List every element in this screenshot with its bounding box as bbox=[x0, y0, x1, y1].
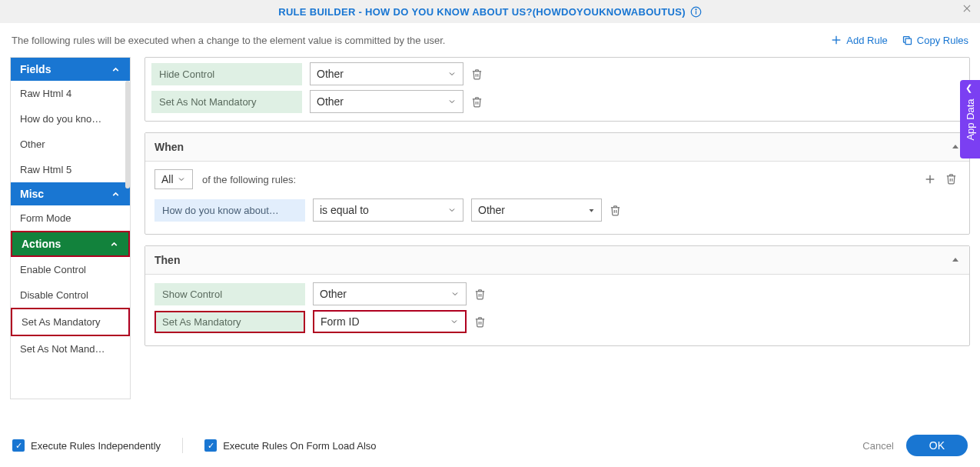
svg-point-2 bbox=[696, 8, 696, 9]
add-rule-button[interactable]: Add Rule bbox=[830, 34, 887, 46]
action-row: Show Control Other bbox=[154, 282, 960, 305]
value-select[interactable]: Form ID bbox=[313, 310, 467, 333]
subheader-text: The following rules will be executed whe… bbox=[12, 35, 445, 46]
checkbox-checked-icon: ✓ bbox=[204, 439, 217, 452]
copy-icon bbox=[902, 35, 913, 46]
subheader-actions: Add Rule Copy Rules bbox=[830, 34, 968, 46]
condition-value: Other bbox=[478, 204, 505, 216]
exec-independent-checkbox[interactable]: ✓ Execute Rules Independently bbox=[12, 439, 161, 452]
chevron-down-icon bbox=[450, 317, 459, 326]
dialog-header: RULE BUILDER - HOW DO YOU KNOW ABOUT US?… bbox=[0, 0, 980, 23]
sidebar-section-actions[interactable]: Actions bbox=[11, 231, 130, 257]
value-select[interactable]: Other bbox=[310, 90, 463, 113]
sidebar-item-how-do-you-know[interactable]: How do you kno… bbox=[11, 106, 130, 132]
body: Fields Raw Html 4 How do you kno… Other … bbox=[0, 57, 980, 399]
chevron-up-icon bbox=[109, 239, 119, 249]
info-icon[interactable] bbox=[690, 6, 702, 18]
collapse-icon[interactable] bbox=[951, 142, 960, 152]
cancel-button[interactable]: Cancel bbox=[862, 440, 893, 452]
sidebar-section-fields[interactable]: Fields bbox=[11, 58, 130, 81]
footer: ✓ Execute Rules Independently ✓ Execute … bbox=[0, 424, 980, 467]
then-card: Then Show Control Other Set bbox=[145, 245, 970, 346]
scope-text: of the following rules: bbox=[202, 174, 296, 185]
sidebar-misc-label: Misc bbox=[20, 188, 44, 200]
chevron-down-icon bbox=[447, 205, 457, 215]
sidebar-item-form-mode[interactable]: Form Mode bbox=[11, 205, 130, 231]
sidebar-item-raw-html-4[interactable]: Raw Html 4 bbox=[11, 81, 130, 106]
when-header: When bbox=[145, 133, 969, 162]
delete-rule-icon[interactable] bbox=[945, 173, 957, 185]
chevron-down-icon bbox=[450, 289, 460, 299]
sidebar-item-set-as-not-mandatory[interactable]: Set As Not Mand… bbox=[11, 336, 130, 362]
scrollbar-thumb[interactable] bbox=[125, 81, 130, 188]
when-scope-row: All of the following rules: bbox=[154, 169, 960, 189]
sidebar-fields-label: Fields bbox=[20, 63, 51, 75]
delete-icon[interactable] bbox=[610, 205, 621, 216]
copy-rules-label: Copy Rules bbox=[917, 35, 968, 46]
dialog-title: RULE BUILDER - HOW DO YOU KNOW ABOUT US?… bbox=[278, 6, 686, 18]
action-row: Set As Mandatory Form ID bbox=[154, 310, 960, 333]
action-tag-set-as-mandatory[interactable]: Set As Mandatory bbox=[154, 311, 305, 333]
delete-icon[interactable] bbox=[474, 289, 486, 300]
app-data-tab[interactable]: ❮ App Data bbox=[960, 80, 980, 158]
delete-icon[interactable] bbox=[474, 316, 486, 328]
select-value: Other bbox=[317, 95, 344, 108]
plus-icon bbox=[830, 34, 842, 46]
svg-marker-11 bbox=[590, 209, 594, 212]
sidebar-item-raw-html-5[interactable]: Raw Html 5 bbox=[11, 157, 130, 182]
exec-independent-label: Execute Rules Independently bbox=[31, 440, 161, 452]
copy-rules-button[interactable]: Copy Rules bbox=[902, 35, 968, 46]
when-title: When bbox=[154, 141, 184, 153]
chevron-up-icon bbox=[111, 65, 121, 75]
exec-on-load-label: Execute Rules On Form Load Also bbox=[223, 440, 376, 452]
svg-marker-8 bbox=[952, 145, 958, 148]
exec-on-load-checkbox[interactable]: ✓ Execute Rules On Form Load Also bbox=[204, 439, 376, 452]
value-select[interactable]: Other bbox=[310, 62, 463, 85]
chevron-down-icon bbox=[447, 97, 457, 106]
sidebar: Fields Raw Html 4 How do you kno… Other … bbox=[10, 57, 131, 399]
app-data-label: App Data bbox=[965, 98, 976, 140]
delete-icon[interactable] bbox=[471, 68, 483, 80]
sidebar-item-disable-control[interactable]: Disable Control bbox=[11, 282, 130, 308]
checkbox-checked-icon: ✓ bbox=[12, 439, 25, 452]
sidebar-item-set-as-mandatory[interactable]: Set As Mandatory bbox=[11, 308, 130, 336]
ok-button[interactable]: OK bbox=[906, 435, 968, 456]
scope-value: All bbox=[161, 173, 174, 185]
svg-marker-12 bbox=[952, 258, 958, 262]
chevron-left-icon: ❮ bbox=[965, 83, 972, 93]
condition-row: How do you know about… is equal to Other bbox=[154, 198, 960, 222]
value-select[interactable]: Other bbox=[471, 198, 602, 222]
chevron-down-icon bbox=[447, 69, 457, 78]
then-title: Then bbox=[154, 254, 180, 266]
prev-then-card: Hide Control Other Set As Not Mandatory … bbox=[145, 57, 970, 122]
sidebar-actions-label: Actions bbox=[22, 238, 61, 250]
select-value: Form ID bbox=[321, 315, 360, 328]
action-tag-show-control[interactable]: Show Control bbox=[154, 283, 305, 305]
main-area: Hide Control Other Set As Not Mandatory … bbox=[145, 57, 970, 399]
sidebar-item-other[interactable]: Other bbox=[11, 132, 130, 157]
scope-select[interactable]: All bbox=[154, 169, 193, 189]
operator-select[interactable]: is equal to bbox=[313, 198, 463, 222]
action-tag-hide-control[interactable]: Hide Control bbox=[151, 63, 302, 85]
close-icon[interactable] bbox=[962, 3, 972, 14]
sidebar-section-misc[interactable]: Misc bbox=[11, 182, 130, 205]
action-tag-set-as-not-mandatory[interactable]: Set As Not Mandatory bbox=[151, 91, 302, 113]
caret-down-icon bbox=[588, 207, 595, 214]
action-row: Set As Not Mandatory Other bbox=[151, 90, 963, 113]
then-header: Then bbox=[145, 246, 969, 275]
delete-icon[interactable] bbox=[471, 96, 483, 108]
select-value: Other bbox=[317, 68, 344, 80]
operator-value: is equal to bbox=[320, 204, 369, 216]
subheader: The following rules will be executed whe… bbox=[0, 23, 980, 57]
chevron-down-icon bbox=[177, 175, 186, 184]
when-card: When All of the following rules: bbox=[145, 132, 970, 235]
sidebar-item-enable-control[interactable]: Enable Control bbox=[11, 257, 130, 282]
select-value: Other bbox=[320, 288, 347, 300]
add-rule-label: Add Rule bbox=[846, 35, 887, 46]
condition-field-tag[interactable]: How do you know about… bbox=[154, 199, 305, 222]
collapse-icon[interactable] bbox=[951, 255, 960, 265]
add-condition-icon[interactable] bbox=[924, 173, 936, 185]
value-select[interactable]: Other bbox=[313, 282, 467, 305]
chevron-up-icon bbox=[111, 189, 121, 199]
divider bbox=[182, 438, 183, 453]
